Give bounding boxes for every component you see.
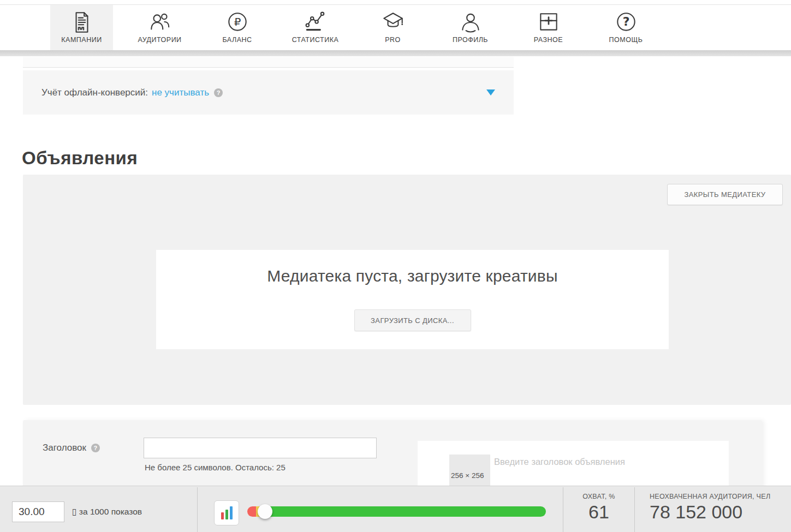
media-library-empty-card: Медиатека пуста, загрузите креативы ЗАГР… [156,250,669,349]
audiences-people-icon [147,10,173,35]
nav-label: БАЛАНС [222,36,252,44]
ad-title-char-limit-hint: Не более 25 символов. Осталось: 25 [145,463,286,472]
media-library-panel: ЗАКРЫТЬ МЕДИАТЕКУ Медиатека пуста, загру… [23,175,791,405]
close-media-library-button[interactable]: ЗАКРЫТЬ МЕДИАТЕКУ [667,184,783,205]
chart-bar-blue [230,506,233,519]
reach-stat-block: ОХВАТ, % 61 [563,486,634,532]
price-per-1000-input[interactable] [12,501,64,522]
nav-item-audiences[interactable]: АУДИТОРИИ [128,5,191,51]
nav-shadow-strip [0,50,791,56]
top-navigation: КАМПАНИИ АУДИТОРИИ ₽ БАЛАНС [0,4,791,51]
svg-text:₽: ₽ [234,16,241,28]
previous-section-edge [23,57,514,68]
nav-label: АУДИТОРИИ [138,36,181,44]
profile-person-icon [458,10,483,35]
offline-conversions-value-link[interactable]: не учитывать [152,87,209,98]
ad-preview-image-size: 256 × 256 [451,471,492,480]
help-tooltip-icon[interactable]: ? [214,88,223,97]
nav-item-statistics[interactable]: СТАТИСТИКА [284,5,347,51]
unreached-audience-label: НЕОХВАЧЕННАЯ АУДИТОРИЯ, ЧЕЛ [650,493,789,500]
price-reach-bar: ▯ за 1000 показов ОХВАТ, % 61 НЕОХВАЧЕНН… [0,486,791,532]
offline-conversions-card: Учёт офлайн-конверсий: не учитывать ? [23,70,514,115]
misc-window-plus-icon [536,10,561,35]
divider [634,487,635,532]
reach-label: ОХВАТ, % [563,493,634,500]
upload-from-disk-button[interactable]: ЗАГРУЗИТЬ С ДИСКА... [354,309,471,331]
nav-item-help[interactable]: ? ПОМОЩЬ [594,5,657,51]
currency-missing-glyph: ▯ [72,507,77,517]
divider [197,487,198,532]
help-question-icon: ? [614,10,639,35]
nav-item-balance[interactable]: ₽ БАЛАНС [206,5,269,51]
ads-section-title: Объявления [22,148,138,169]
nav-label: КАМПАНИИ [61,36,102,44]
campaign-editor-screen: КАМПАНИИ АУДИТОРИИ ₽ БАЛАНС [0,0,791,532]
nav-item-pro[interactable]: PRO [361,5,424,51]
reach-value: 61 [563,501,634,523]
price-slider-track[interactable] [247,506,546,517]
nav-label: ПОМОЩЬ [609,36,643,44]
nav-item-campaigns[interactable]: КАМПАНИИ [50,5,113,51]
balance-ruble-icon: ₽ [225,10,250,35]
offline-conversions-label: Учёт офлайн-конверсий: [41,87,148,98]
nav-label: СТАТИСТИКА [292,36,339,44]
nav-label: PRO [385,36,401,44]
pro-graduation-cap-icon [380,10,406,35]
nav-item-profile[interactable]: ПРОФИЛЬ [439,5,502,51]
nav-item-misc[interactable]: РАЗНОЕ [517,5,580,51]
unreached-audience-stat-block: НЕОХВАЧЕННАЯ АУДИТОРИЯ, ЧЕЛ 78 152 000 [650,486,789,532]
price-slider-handle[interactable] [258,504,272,519]
ad-preview-title-placeholder: Введите заголовок объявления [494,457,625,467]
price-chart-toggle-button[interactable] [214,500,239,525]
nav-label: РАЗНОЕ [534,36,563,44]
svg-text:?: ? [622,15,629,28]
collapse-chevron-icon[interactable] [486,89,495,95]
ad-title-help-icon[interactable]: ? [91,444,100,452]
statistics-graph-icon [303,10,328,35]
price-unit-label: ▯ за 1000 показов [72,507,142,517]
campaigns-document-icon [69,10,94,35]
media-library-empty-text: Медиатека пуста, загрузите креативы [156,267,669,285]
unreached-audience-value: 78 152 000 [650,501,789,523]
chart-bar-green [225,510,228,519]
nav-label: ПРОФИЛЬ [453,36,488,44]
ad-title-input[interactable] [144,438,377,458]
ad-title-label: Заголовок [43,443,86,453]
chart-bar-red [221,512,224,519]
price-unit-text: за 1000 показов [79,507,142,516]
